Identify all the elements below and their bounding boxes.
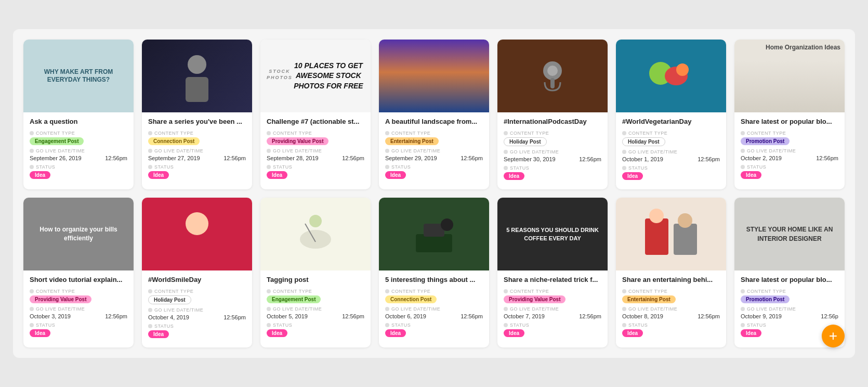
- card-image-niche-trick: 5 REASONS YOU SHOULD DRINK COFFEE EVERY …: [497, 198, 608, 270]
- date-value: October 6, 2019: [385, 313, 426, 319]
- card-body-niche-trick: Share a niche-related trick f...CONTENT …: [497, 270, 608, 346]
- date-value: October 5, 2019: [267, 313, 308, 319]
- card-ask-question[interactable]: WHY MAKE ART FROM EVERYDAY THINGS?Ask a …: [23, 40, 134, 189]
- status-badge: Idea: [30, 171, 50, 179]
- content-type-label: CONTENT TYPE: [385, 289, 483, 294]
- card-international-podcast[interactable]: #InternationalPodcastDayCONTENT TYPEHoli…: [497, 40, 608, 189]
- status-badge: Idea: [504, 172, 524, 180]
- card-title: Share a series you've been ...: [148, 118, 246, 126]
- content-type-label: CONTENT TYPE: [741, 131, 838, 136]
- datetime-row: October 1, 201912:56pm: [622, 156, 720, 162]
- card-image-share-latest-blog-2: STYLE YOUR HOME LIKE AN INTERIOR DESIGNE…: [734, 198, 845, 270]
- card-body-share-series: Share a series you've been ...CONTENT TY…: [142, 112, 252, 188]
- card-grid: WHY MAKE ART FROM EVERYDAY THINGS?Ask a …: [23, 40, 845, 347]
- status-badge: Idea: [267, 171, 287, 179]
- content-type-label: CONTENT TYPE: [385, 131, 483, 136]
- card-title: 5 interesting things about ...: [385, 276, 483, 285]
- date-label: GO LIVE DATE/TIME: [30, 306, 127, 312]
- card-image-world-smile: [142, 198, 252, 270]
- card-image-international-podcast: [497, 40, 608, 112]
- card-title: A beautiful landscape from...: [385, 118, 483, 126]
- date-value: October 4, 2019: [148, 314, 189, 320]
- card-title: #WorldVegetarianDay: [622, 118, 720, 126]
- datetime-row: October 6, 201912:56pm: [385, 313, 483, 319]
- card-image-entertaining-behind: [616, 198, 726, 270]
- card-image-tagging-post: [260, 198, 371, 270]
- status-badge: Idea: [622, 329, 643, 337]
- svg-rect-16: [645, 218, 668, 255]
- status-label: STATUS: [148, 324, 246, 329]
- card-title: Share a niche-related trick f...: [504, 276, 601, 285]
- status-label: STATUS: [504, 165, 601, 171]
- datetime-row: October 9, 201912:56p: [741, 313, 838, 319]
- card-title: Tagging post: [267, 276, 364, 285]
- date-value: September 28, 2019: [267, 155, 319, 161]
- card-title: Challenge #7 (actionable st...: [267, 118, 364, 126]
- time-value: 12:56p: [821, 313, 838, 319]
- datetime-row: September 28, 201912:56pm: [267, 155, 364, 161]
- date-label: GO LIVE DATE/TIME: [385, 148, 483, 153]
- card-challenge-7[interactable]: STOCK PHOTOS10 PLACES TO GET AWESOME STO…: [260, 40, 371, 189]
- content-type-label: CONTENT TYPE: [504, 289, 601, 294]
- card-world-vegetarian[interactable]: #WorldVegetarianDayCONTENT TYPEHoliday P…: [616, 40, 726, 189]
- main-container: WHY MAKE ART FROM EVERYDAY THINGS?Ask a …: [13, 29, 855, 358]
- card-share-series[interactable]: Share a series you've been ...CONTENT TY…: [142, 40, 252, 189]
- date-label: GO LIVE DATE/TIME: [622, 306, 720, 312]
- status-label: STATUS: [504, 322, 601, 328]
- card-beautiful-landscape[interactable]: A beautiful landscape from...CONTENT TYP…: [379, 40, 489, 189]
- svg-point-0: [188, 55, 206, 74]
- status-badge: Idea: [148, 330, 169, 338]
- card-share-latest-blog-1[interactable]: Home Organization IdeasShare latest or p…: [734, 40, 845, 189]
- status-badge: Idea: [148, 171, 169, 179]
- content-type-label: CONTENT TYPE: [148, 289, 246, 294]
- status-badge: Idea: [741, 171, 761, 179]
- card-entertaining-behind[interactable]: Share an entertaining behi...CONTENT TYP…: [616, 198, 726, 347]
- datetime-row: October 4, 201912:56pm: [148, 314, 246, 320]
- datetime-row: September 29, 201912:56pm: [385, 155, 483, 161]
- add-button[interactable]: +: [822, 325, 845, 347]
- svg-point-3: [547, 66, 558, 76]
- svg-point-8: [186, 212, 208, 235]
- card-tagging-post[interactable]: Tagging postCONTENT TYPEEngagement PostG…: [260, 198, 371, 347]
- card-share-latest-blog-2[interactable]: STYLE YOUR HOME LIKE AN INTERIOR DESIGNE…: [734, 198, 845, 347]
- status-label: STATUS: [385, 322, 483, 328]
- date-value: September 26, 2019: [30, 155, 82, 161]
- content-type-badge: Providing Value Post: [504, 295, 565, 303]
- card-body-world-vegetarian: #WorldVegetarianDayCONTENT TYPEHoliday P…: [616, 112, 726, 189]
- status-badge: Idea: [622, 172, 643, 180]
- content-type-badge: Promotion Post: [741, 137, 790, 145]
- date-value: October 8, 2019: [622, 313, 663, 319]
- card-world-smile[interactable]: #WorldSmileDayCONTENT TYPEHoliday PostGO…: [142, 198, 252, 347]
- card-niche-trick[interactable]: 5 REASONS YOU SHOULD DRINK COFFEE EVERY …: [497, 198, 608, 347]
- card-image-world-vegetarian: [616, 40, 726, 112]
- status-badge: Idea: [741, 329, 761, 337]
- status-label: STATUS: [267, 164, 364, 170]
- time-value: 12:56pm: [105, 155, 127, 161]
- card-title: Ask a question: [30, 118, 127, 126]
- date-value: September 29, 2019: [385, 155, 437, 161]
- content-type-label: CONTENT TYPE: [622, 131, 720, 136]
- content-type-badge: Holiday Post: [148, 295, 191, 304]
- card-short-video[interactable]: How to organize your bills efficientlySh…: [23, 198, 134, 347]
- card-title: #InternationalPodcastDay: [504, 118, 601, 126]
- card-body-ask-question: Ask a questionCONTENT TYPEEngagement Pos…: [23, 112, 134, 188]
- status-label: STATUS: [267, 322, 364, 328]
- content-type-label: CONTENT TYPE: [622, 289, 720, 294]
- date-value: October 9, 2019: [741, 313, 782, 319]
- date-value: October 2, 2019: [741, 155, 782, 161]
- content-type-badge: Promotion Post: [741, 295, 790, 303]
- content-type-badge: Holiday Post: [504, 137, 547, 146]
- datetime-row: September 30, 201912:56pm: [504, 156, 601, 162]
- content-type-badge: Entertaining Post: [622, 295, 676, 303]
- datetime-row: October 2, 201912:56pm: [741, 155, 838, 161]
- time-value: 12:56pm: [461, 313, 483, 319]
- card-body-world-smile: #WorldSmileDayCONTENT TYPEHoliday PostGO…: [142, 270, 252, 347]
- status-label: STATUS: [30, 322, 127, 328]
- content-type-label: CONTENT TYPE: [30, 289, 127, 294]
- content-type-label: CONTENT TYPE: [504, 131, 601, 136]
- time-value: 12:56pm: [816, 155, 838, 161]
- card-body-international-podcast: #InternationalPodcastDayCONTENT TYPEHoli…: [497, 112, 608, 189]
- card-body-tagging-post: Tagging postCONTENT TYPEEngagement PostG…: [260, 270, 371, 346]
- status-badge: Idea: [385, 329, 406, 337]
- card-interesting-things[interactable]: 5 interesting things about ...CONTENT TY…: [379, 198, 489, 347]
